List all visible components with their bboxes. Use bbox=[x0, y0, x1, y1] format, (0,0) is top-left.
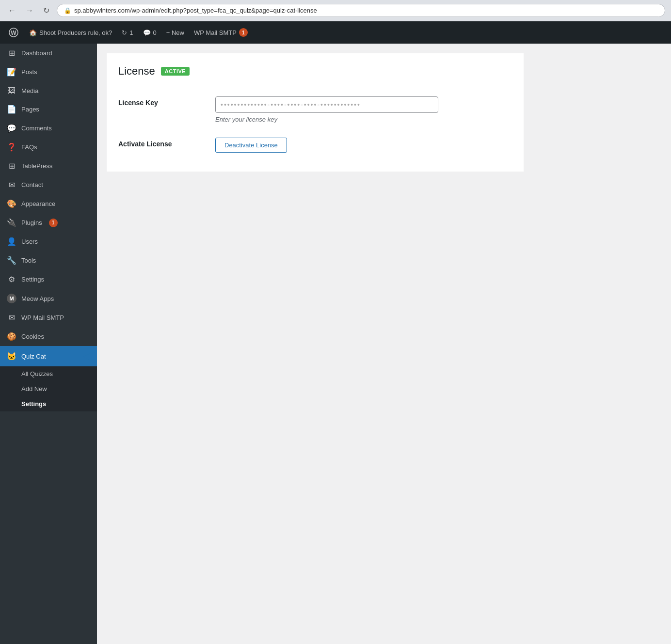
admin-bar-comments[interactable]: 💬 0 bbox=[138, 21, 161, 44]
admin-bar-smtp[interactable]: WP Mail SMTP 1 bbox=[189, 21, 253, 44]
wp-sidebar: ⊞ Dashboard 📝 Posts 🖼 Media 📄 Pages 💬 Co… bbox=[0, 44, 97, 644]
license-key-cell: Enter your license key bbox=[215, 89, 512, 130]
reload-button[interactable]: ↻ bbox=[41, 5, 52, 16]
sidebar-item-comments[interactable]: 💬 Comments bbox=[0, 119, 97, 138]
smtp-label: WP Mail SMTP bbox=[194, 29, 237, 36]
sidebar-item-contact[interactable]: ✉ Contact bbox=[0, 175, 97, 194]
sidebar-item-tablepress[interactable]: ⊞ TablePress bbox=[0, 157, 97, 175]
sidebar-label-media: Media bbox=[21, 87, 38, 94]
tablepress-icon: ⊞ bbox=[7, 161, 16, 171]
sidebar-subitem-settings[interactable]: Settings bbox=[0, 396, 97, 411]
sidebar-label-appearance: Appearance bbox=[21, 200, 55, 207]
sidebar-label-tools: Tools bbox=[21, 257, 36, 264]
active-badge: ACTIVE bbox=[161, 67, 190, 76]
sidebar-label-pages: Pages bbox=[21, 106, 39, 113]
sidebar-submenu: All Quizzes Add New Settings bbox=[0, 366, 97, 411]
sidebar-item-pages[interactable]: 📄 Pages bbox=[0, 100, 97, 119]
sidebar-label-wpmail: WP Mail SMTP bbox=[21, 314, 64, 321]
sidebar-item-wpmail[interactable]: ✉ WP Mail SMTP bbox=[0, 308, 97, 327]
sidebar-item-cookies[interactable]: 🍪 Cookies bbox=[0, 327, 97, 346]
tools-icon: 🔧 bbox=[7, 256, 16, 265]
admin-bar-site[interactable]: 🏠 Shoot Producers rule, ok? bbox=[24, 21, 117, 44]
sidebar-item-posts[interactable]: 📝 Posts bbox=[0, 63, 97, 81]
browser-bar: ← → ↻ 🔒 sp.abbywinters.com/wp-admin/edit… bbox=[0, 0, 671, 21]
sidebar-item-meowapps[interactable]: M Meow Apps bbox=[0, 289, 97, 308]
activate-license-cell: Deactivate License bbox=[215, 130, 512, 160]
admin-bar-new[interactable]: + New bbox=[161, 21, 189, 44]
sidebar-item-media[interactable]: 🖼 Media bbox=[0, 81, 97, 100]
quizcat-icon: 🐱 bbox=[7, 352, 16, 361]
sidebar-item-appearance[interactable]: 🎨 Appearance bbox=[0, 194, 97, 213]
comments-sidebar-icon: 💬 bbox=[7, 124, 16, 133]
sidebar-label-tablepress: TablePress bbox=[21, 162, 52, 170]
back-button[interactable]: ← bbox=[6, 5, 18, 16]
sidebar-subitem-add-new[interactable]: Add New bbox=[0, 381, 97, 396]
sidebar-label-dashboard: Dashboard bbox=[21, 49, 52, 57]
comments-icon: 💬 bbox=[143, 29, 151, 36]
forward-button[interactable]: → bbox=[23, 5, 36, 16]
comments-count: 0 bbox=[153, 29, 157, 36]
license-key-input[interactable] bbox=[215, 96, 438, 113]
sidebar-label-meowapps: Meow Apps bbox=[21, 295, 54, 302]
sidebar-label-plugins: Plugins bbox=[21, 219, 42, 226]
license-key-hint: Enter your license key bbox=[215, 116, 512, 123]
wp-content: License ACTIVE License Key Enter your li… bbox=[97, 44, 671, 644]
wpmail-icon: ✉ bbox=[7, 313, 16, 322]
license-form-table: License Key Enter your license key Activ… bbox=[118, 89, 512, 160]
pages-icon: 📄 bbox=[7, 105, 16, 114]
sidebar-item-users[interactable]: 👤 Users bbox=[0, 232, 97, 251]
dashboard-icon: ⊞ bbox=[7, 48, 16, 58]
url-bar[interactable]: 🔒 sp.abbywinters.com/wp-admin/edit.php?p… bbox=[57, 4, 665, 17]
sidebar-label-users: Users bbox=[21, 238, 38, 245]
license-key-row: License Key Enter your license key bbox=[118, 89, 512, 130]
deactivate-license-button[interactable]: Deactivate License bbox=[215, 138, 287, 153]
svg-text:W: W bbox=[11, 30, 16, 36]
wp-admin-bar: W 🏠 Shoot Producers rule, ok? ↻ 1 💬 0 + … bbox=[0, 21, 671, 44]
settings-icon: ⚙ bbox=[7, 275, 16, 284]
updates-icon: ↻ bbox=[122, 29, 127, 36]
faqs-icon: ❓ bbox=[7, 142, 16, 152]
license-title-row: License ACTIVE bbox=[118, 65, 512, 78]
lock-icon: 🔒 bbox=[64, 7, 71, 14]
sidebar-item-quizcat[interactable]: 🐱 Quiz Cat ◀ bbox=[0, 346, 97, 366]
activate-license-label: Activate License bbox=[118, 130, 215, 160]
sidebar-label-cookies: Cookies bbox=[21, 333, 44, 340]
sidebar-label-posts: Posts bbox=[21, 68, 37, 76]
url-text: sp.abbywinters.com/wp-admin/edit.php?pos… bbox=[74, 7, 317, 14]
admin-bar-updates[interactable]: ↻ 1 bbox=[117, 21, 138, 44]
media-icon: 🖼 bbox=[7, 86, 16, 95]
sidebar-item-dashboard[interactable]: ⊞ Dashboard bbox=[0, 44, 97, 63]
license-key-label: License Key bbox=[118, 89, 215, 130]
license-title: License bbox=[118, 65, 155, 78]
users-icon: 👤 bbox=[7, 237, 16, 246]
plugins-badge: 1 bbox=[49, 219, 58, 227]
sidebar-label-contact: Contact bbox=[21, 181, 43, 188]
plugins-icon: 🔌 bbox=[7, 218, 16, 227]
cookies-icon: 🍪 bbox=[7, 332, 16, 341]
activate-license-row: Activate License Deactivate License bbox=[118, 130, 512, 160]
posts-icon: 📝 bbox=[7, 67, 16, 77]
collapse-indicator: ◀ bbox=[83, 351, 90, 361]
wp-main: ⊞ Dashboard 📝 Posts 🖼 Media 📄 Pages 💬 Co… bbox=[0, 44, 671, 644]
home-icon: 🏠 bbox=[29, 29, 37, 36]
contact-icon: ✉ bbox=[7, 180, 16, 189]
meowapps-icon: M bbox=[7, 294, 16, 303]
sidebar-item-settings[interactable]: ⚙ Settings bbox=[0, 270, 97, 289]
appearance-icon: 🎨 bbox=[7, 199, 16, 208]
smtp-badge: 1 bbox=[239, 28, 248, 37]
sidebar-label-comments: Comments bbox=[21, 125, 52, 132]
sidebar-label-faqs: FAQs bbox=[21, 143, 37, 151]
sidebar-label-quizcat: Quiz Cat bbox=[21, 353, 46, 360]
site-name: Shoot Producers rule, ok? bbox=[39, 29, 112, 36]
sidebar-item-plugins[interactable]: 🔌 Plugins 1 bbox=[0, 213, 97, 232]
sidebar-subitem-all-quizzes[interactable]: All Quizzes bbox=[0, 366, 97, 381]
sidebar-label-settings: Settings bbox=[21, 276, 44, 283]
wp-logo[interactable]: W bbox=[5, 21, 22, 44]
updates-count: 1 bbox=[129, 29, 133, 36]
license-page: License ACTIVE License Key Enter your li… bbox=[107, 53, 524, 172]
new-label: + New bbox=[166, 29, 184, 36]
sidebar-item-tools[interactable]: 🔧 Tools bbox=[0, 251, 97, 270]
sidebar-item-faqs[interactable]: ❓ FAQs bbox=[0, 138, 97, 157]
